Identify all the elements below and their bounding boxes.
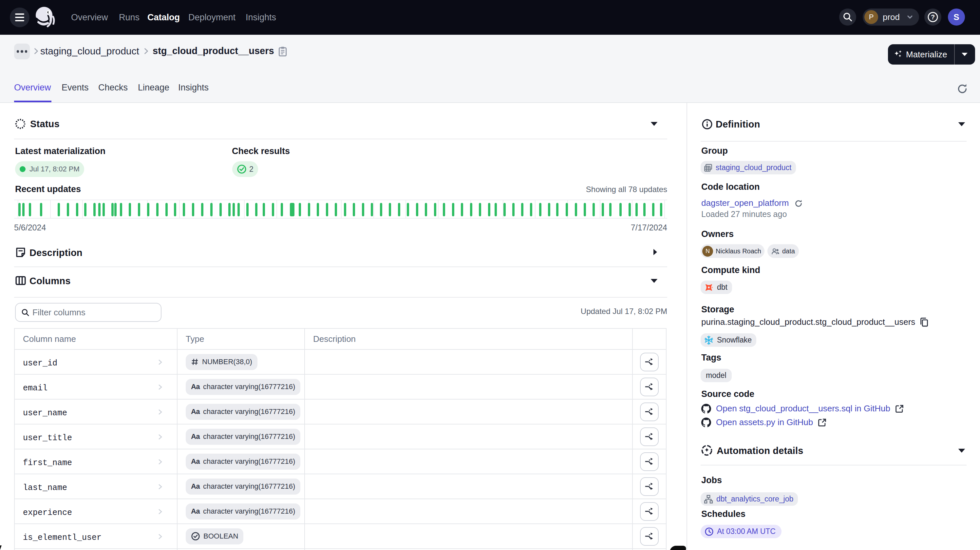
svg-text:?: ? bbox=[931, 13, 935, 21]
